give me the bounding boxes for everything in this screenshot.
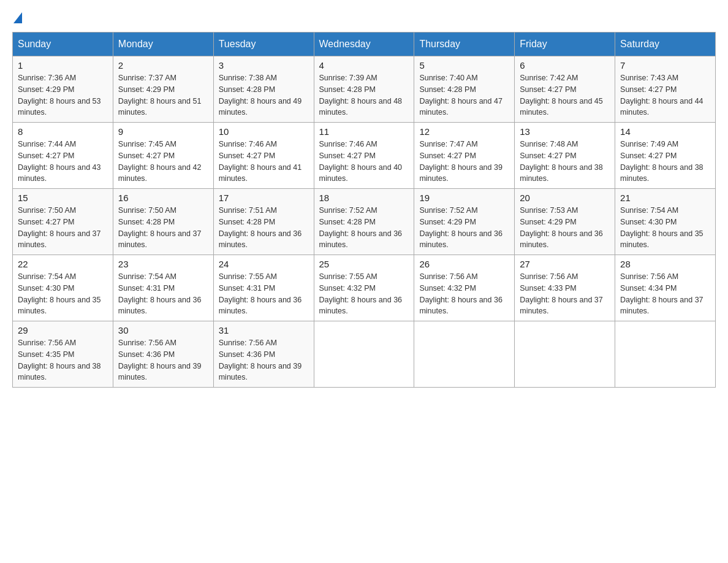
day-info: Sunrise: 7:52 AMSunset: 4:29 PMDaylight:… [419,206,502,249]
page-header [12,12,716,22]
day-number: 19 [419,193,509,203]
calendar-day-cell [414,321,515,388]
day-number: 13 [520,126,610,137]
day-info: Sunrise: 7:46 AMSunset: 4:27 PMDaylight:… [219,140,302,183]
calendar-day-cell: 3 Sunrise: 7:38 AMSunset: 4:28 PMDayligh… [213,56,314,123]
calendar-header-saturday: Saturday [615,33,716,56]
calendar-header-thursday: Thursday [414,33,515,56]
calendar-day-cell: 19 Sunrise: 7:52 AMSunset: 4:29 PMDaylig… [414,189,515,255]
day-info: Sunrise: 7:56 AMSunset: 4:34 PMDaylight:… [620,272,703,315]
calendar-week-row: 8 Sunrise: 7:44 AMSunset: 4:27 PMDayligh… [13,123,716,189]
calendar-table: SundayMondayTuesdayWednesdayThursdayFrid… [12,32,716,388]
day-number: 3 [219,60,309,71]
day-info: Sunrise: 7:48 AMSunset: 4:27 PMDaylight:… [520,140,603,183]
calendar-day-cell: 28 Sunrise: 7:56 AMSunset: 4:34 PMDaylig… [615,255,716,321]
calendar-header-friday: Friday [515,33,615,56]
calendar-day-cell: 20 Sunrise: 7:53 AMSunset: 4:29 PMDaylig… [515,189,615,255]
day-number: 4 [319,60,409,71]
day-number: 11 [319,126,409,137]
logo [12,12,22,22]
calendar-day-cell: 29 Sunrise: 7:56 AMSunset: 4:35 PMDaylig… [13,321,113,388]
logo-triangle-icon [13,12,22,23]
day-info: Sunrise: 7:50 AMSunset: 4:28 PMDaylight:… [118,206,202,249]
day-info: Sunrise: 7:55 AMSunset: 4:31 PMDaylight:… [219,272,302,315]
day-info: Sunrise: 7:45 AMSunset: 4:27 PMDaylight:… [118,140,202,183]
logo-blue-text [12,12,22,22]
day-info: Sunrise: 7:37 AMSunset: 4:29 PMDaylight:… [118,74,202,117]
day-info: Sunrise: 7:40 AMSunset: 4:28 PMDaylight:… [419,74,502,117]
calendar-header-wednesday: Wednesday [314,33,414,56]
day-number: 15 [18,193,108,203]
calendar-day-cell: 7 Sunrise: 7:43 AMSunset: 4:27 PMDayligh… [615,56,716,123]
day-number: 18 [319,193,409,203]
calendar-day-cell: 5 Sunrise: 7:40 AMSunset: 4:28 PMDayligh… [414,56,515,123]
day-info: Sunrise: 7:52 AMSunset: 4:28 PMDaylight:… [319,206,403,249]
day-info: Sunrise: 7:49 AMSunset: 4:27 PMDaylight:… [620,140,703,183]
calendar-day-cell [515,321,615,388]
day-number: 8 [18,126,108,137]
day-info: Sunrise: 7:47 AMSunset: 4:27 PMDaylight:… [419,140,502,183]
day-info: Sunrise: 7:54 AMSunset: 4:30 PMDaylight:… [18,272,101,315]
day-number: 27 [520,259,610,269]
calendar-week-row: 15 Sunrise: 7:50 AMSunset: 4:27 PMDaylig… [13,189,716,255]
day-info: Sunrise: 7:46 AMSunset: 4:27 PMDaylight:… [319,140,403,183]
day-info: Sunrise: 7:56 AMSunset: 4:35 PMDaylight:… [18,339,101,381]
calendar-day-cell: 11 Sunrise: 7:46 AMSunset: 4:27 PMDaylig… [314,123,414,189]
day-number: 24 [219,259,309,269]
day-info: Sunrise: 7:56 AMSunset: 4:36 PMDaylight:… [118,339,202,381]
day-info: Sunrise: 7:53 AMSunset: 4:29 PMDaylight:… [520,206,603,249]
calendar-day-cell: 12 Sunrise: 7:47 AMSunset: 4:27 PMDaylig… [414,123,515,189]
day-info: Sunrise: 7:54 AMSunset: 4:31 PMDaylight:… [118,272,202,315]
day-number: 30 [118,325,208,335]
day-number: 5 [419,60,509,71]
day-number: 25 [319,259,409,269]
calendar-day-cell: 2 Sunrise: 7:37 AMSunset: 4:29 PMDayligh… [113,56,213,123]
calendar-day-cell: 10 Sunrise: 7:46 AMSunset: 4:27 PMDaylig… [213,123,314,189]
calendar-day-cell [314,321,414,388]
day-number: 26 [419,259,509,269]
calendar-day-cell: 22 Sunrise: 7:54 AMSunset: 4:30 PMDaylig… [13,255,113,321]
day-number: 1 [18,60,108,71]
day-number: 22 [18,259,108,269]
calendar-day-cell: 14 Sunrise: 7:49 AMSunset: 4:27 PMDaylig… [615,123,716,189]
day-number: 20 [520,193,610,203]
day-info: Sunrise: 7:44 AMSunset: 4:27 PMDaylight:… [18,140,101,183]
day-info: Sunrise: 7:42 AMSunset: 4:27 PMDaylight:… [520,74,603,117]
calendar-day-cell: 30 Sunrise: 7:56 AMSunset: 4:36 PMDaylig… [113,321,213,388]
calendar-header-tuesday: Tuesday [213,33,314,56]
day-info: Sunrise: 7:55 AMSunset: 4:32 PMDaylight:… [319,272,403,315]
day-info: Sunrise: 7:50 AMSunset: 4:27 PMDaylight:… [18,206,101,249]
day-number: 12 [419,126,509,137]
calendar-day-cell [615,321,716,388]
day-number: 2 [118,60,208,71]
day-info: Sunrise: 7:43 AMSunset: 4:27 PMDaylight:… [620,74,703,117]
day-number: 9 [118,126,208,137]
day-info: Sunrise: 7:36 AMSunset: 4:29 PMDaylight:… [18,74,101,117]
calendar-day-cell: 23 Sunrise: 7:54 AMSunset: 4:31 PMDaylig… [113,255,213,321]
day-number: 16 [118,193,208,203]
day-info: Sunrise: 7:38 AMSunset: 4:28 PMDaylight:… [219,74,302,117]
day-number: 21 [620,193,710,203]
day-number: 29 [18,325,108,335]
calendar-day-cell: 31 Sunrise: 7:56 AMSunset: 4:36 PMDaylig… [213,321,314,388]
calendar-day-cell: 21 Sunrise: 7:54 AMSunset: 4:30 PMDaylig… [615,189,716,255]
calendar-day-cell: 16 Sunrise: 7:50 AMSunset: 4:28 PMDaylig… [113,189,213,255]
calendar-day-cell: 8 Sunrise: 7:44 AMSunset: 4:27 PMDayligh… [13,123,113,189]
day-number: 7 [620,60,710,71]
calendar-day-cell: 4 Sunrise: 7:39 AMSunset: 4:28 PMDayligh… [314,56,414,123]
calendar-day-cell: 27 Sunrise: 7:56 AMSunset: 4:33 PMDaylig… [515,255,615,321]
day-info: Sunrise: 7:51 AMSunset: 4:28 PMDaylight:… [219,206,302,249]
day-info: Sunrise: 7:39 AMSunset: 4:28 PMDaylight:… [319,74,403,117]
calendar-day-cell: 1 Sunrise: 7:36 AMSunset: 4:29 PMDayligh… [13,56,113,123]
calendar-day-cell: 15 Sunrise: 7:50 AMSunset: 4:27 PMDaylig… [13,189,113,255]
calendar-week-row: 22 Sunrise: 7:54 AMSunset: 4:30 PMDaylig… [13,255,716,321]
calendar-day-cell: 17 Sunrise: 7:51 AMSunset: 4:28 PMDaylig… [213,189,314,255]
day-number: 17 [219,193,309,203]
calendar-day-cell: 13 Sunrise: 7:48 AMSunset: 4:27 PMDaylig… [515,123,615,189]
calendar-day-cell: 25 Sunrise: 7:55 AMSunset: 4:32 PMDaylig… [314,255,414,321]
day-number: 10 [219,126,309,137]
calendar-week-row: 1 Sunrise: 7:36 AMSunset: 4:29 PMDayligh… [13,56,716,123]
day-info: Sunrise: 7:54 AMSunset: 4:30 PMDaylight:… [620,206,703,249]
calendar-day-cell: 26 Sunrise: 7:56 AMSunset: 4:32 PMDaylig… [414,255,515,321]
calendar-header-sunday: Sunday [13,33,113,56]
